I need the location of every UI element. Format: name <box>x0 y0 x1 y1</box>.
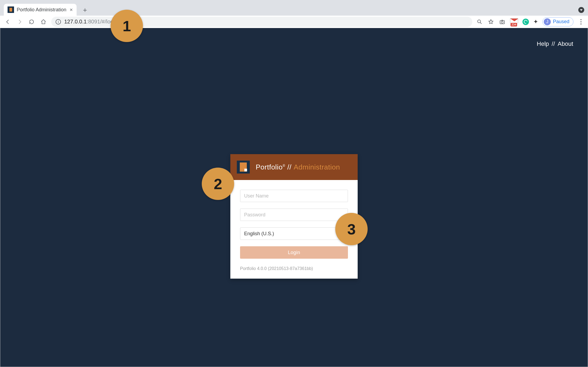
gmail-unread-count: 234 <box>511 23 517 26</box>
url-host: 127.0.0.1 <box>64 19 87 25</box>
extensions-icon[interactable]: ✦ <box>533 19 538 25</box>
svg-point-2 <box>501 21 503 23</box>
browser-menu-icon[interactable] <box>578 19 584 25</box>
language-select-wrap: English (U.S.) <box>240 227 348 240</box>
tab-title: Portfolio Administration <box>17 7 66 13</box>
app-viewport: Help // About Portfolio® // Administrati… <box>0 28 588 367</box>
gmail-extension-icon[interactable]: 234 <box>510 18 518 25</box>
login-button[interactable]: Login <box>240 246 348 259</box>
url-text: 127.0.0.1:8091/#/login <box>64 19 118 25</box>
top-links-separator: // <box>552 40 555 47</box>
password-input[interactable] <box>240 209 348 221</box>
brand-separator: // <box>287 163 291 171</box>
browser-toolbar: i 127.0.0.1:8091/#/login 234 ✦ J <box>0 16 588 28</box>
toolbar-right: 234 ✦ J Paused <box>476 17 584 26</box>
tab-strip: Portfolio Administration × + <box>0 0 588 16</box>
brand-text: Portfolio® // Administration <box>256 163 340 171</box>
home-button[interactable] <box>39 18 47 26</box>
profile-chip[interactable]: J Paused <box>542 17 573 26</box>
camera-icon[interactable] <box>499 18 506 25</box>
new-tab-button[interactable]: + <box>80 5 90 15</box>
about-link[interactable]: About <box>558 40 573 47</box>
brand-registered: ® <box>283 164 285 168</box>
grammarly-extension-icon[interactable] <box>522 19 529 25</box>
back-button[interactable] <box>4 18 12 26</box>
login-card-header: Portfolio® // Administration <box>230 154 358 180</box>
browser-tab[interactable]: Portfolio Administration × <box>4 4 77 16</box>
svg-point-0 <box>478 20 481 23</box>
profile-state: Paused <box>553 19 569 25</box>
bookmark-star-icon[interactable] <box>487 18 494 25</box>
annotation-badge-1: 1 <box>111 10 143 42</box>
annotation-badge-2: 2 <box>202 168 234 200</box>
brand-name: Portfolio <box>256 163 283 171</box>
window-dropdown-icon[interactable] <box>578 7 584 13</box>
forward-button[interactable] <box>16 18 24 26</box>
version-text: Portfolio 4.0.0 (20210513-87a7361bb) <box>240 266 348 271</box>
username-input[interactable] <box>240 190 348 202</box>
site-info-icon[interactable]: i <box>56 19 61 25</box>
reload-button[interactable] <box>28 18 36 26</box>
help-link[interactable]: Help <box>537 40 549 47</box>
language-select[interactable]: English (U.S.) <box>240 227 348 240</box>
login-card: Portfolio® // Administration English (U.… <box>230 154 358 279</box>
annotation-badge-3: 3 <box>335 213 368 245</box>
tab-favicon <box>8 6 14 13</box>
portfolio-logo-icon <box>237 161 250 174</box>
profile-avatar: J <box>544 18 551 25</box>
top-links: Help // About <box>537 40 573 47</box>
brand-suffix: Administration <box>294 163 340 171</box>
zoom-icon[interactable] <box>476 18 483 25</box>
tab-close-icon[interactable]: × <box>70 7 73 12</box>
browser-window: Portfolio Administration × + i 127.0.0.1… <box>0 0 588 367</box>
